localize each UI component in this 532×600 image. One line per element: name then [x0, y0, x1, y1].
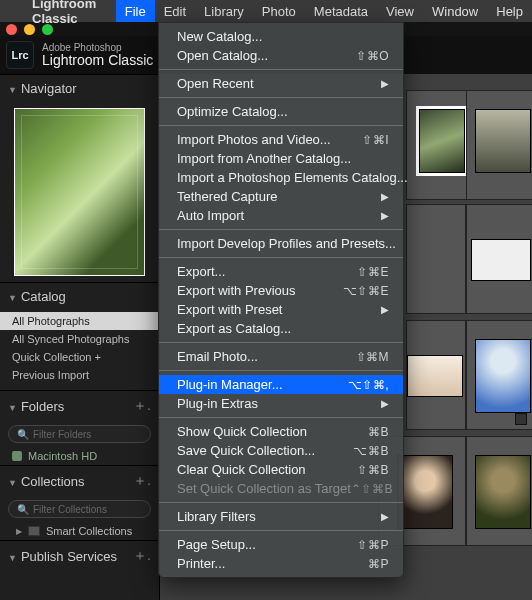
menu-item[interactable]: Tethered Capture▶ — [159, 187, 403, 206]
add-publish-icon[interactable]: ＋. — [133, 547, 151, 565]
disclosure-triangle-icon: ▶ — [16, 527, 22, 536]
submenu-arrow-icon: ▶ — [381, 210, 389, 221]
app-logo: Lrc — [6, 41, 34, 69]
menu-item[interactable]: Import a Photoshop Elements Catalog... — [159, 168, 403, 187]
thumbnail[interactable] — [471, 239, 531, 281]
menu-item[interactable]: Open Catalog...⇧⌘O — [159, 46, 403, 65]
publish-services-header[interactable]: ▼Publish Services ＋. — [0, 541, 159, 571]
menu-separator — [159, 530, 403, 531]
navigator-header[interactable]: ▼Navigator — [0, 75, 159, 102]
menu-item-label: New Catalog... — [177, 29, 262, 44]
menu-item-label: Export... — [177, 264, 225, 279]
menu-item[interactable]: New Catalog... — [159, 27, 403, 46]
menu-item[interactable]: Plug-in Extras▶ — [159, 394, 403, 413]
menu-item-label: Open Recent — [177, 76, 254, 91]
menu-window[interactable]: Window — [423, 0, 487, 22]
menu-item-label: Show Quick Collection — [177, 424, 307, 439]
thumbnail[interactable] — [397, 455, 453, 529]
mac-menubar: Lightroom Classic File Edit Library Phot… — [0, 0, 532, 22]
menu-item[interactable]: Clear Quick Collection⇧⌘B — [159, 460, 403, 479]
menu-item[interactable]: Export as Catalog... — [159, 319, 403, 338]
search-icon: 🔍 — [17, 504, 29, 515]
grid-cell[interactable] — [466, 204, 532, 314]
left-panel: ▼Navigator ▼Catalog All Photographs All … — [0, 74, 160, 600]
thumbnail[interactable] — [475, 109, 531, 173]
menu-item[interactable]: Email Photo...⇧⌘M — [159, 347, 403, 366]
catalog-item-previous-import[interactable]: Previous Import — [0, 366, 159, 384]
grid-cell[interactable] — [466, 90, 532, 200]
catalog-label: Catalog — [21, 289, 66, 304]
smart-collections-label: Smart Collections — [46, 525, 132, 537]
volume-row[interactable]: Macintosh HD — [0, 447, 159, 465]
menu-item[interactable]: Export...⇧⌘E — [159, 262, 403, 281]
menu-item-label: Plug-in Extras — [177, 396, 258, 411]
publish-label: Publish Services — [21, 549, 117, 564]
menu-item-label: Export with Previous — [177, 283, 296, 298]
menu-item[interactable]: Import Develop Profiles and Presets... — [159, 234, 403, 253]
menu-item[interactable]: Import from Another Catalog... — [159, 149, 403, 168]
collection-set-icon — [28, 526, 40, 536]
menu-help[interactable]: Help — [487, 0, 532, 22]
smart-collections-row[interactable]: ▶ Smart Collections — [0, 522, 159, 540]
menu-item-label: Import Develop Profiles and Presets... — [177, 236, 396, 251]
menu-file[interactable]: File — [116, 0, 155, 22]
menu-item[interactable]: Library Filters▶ — [159, 507, 403, 526]
grid-cell[interactable] — [406, 320, 466, 430]
thumbnail[interactable] — [407, 355, 463, 397]
catalog-item-all-photographs[interactable]: All Photographs — [0, 312, 159, 330]
menu-item[interactable]: Import Photos and Video...⇧⌘I — [159, 130, 403, 149]
catalog-item-synced[interactable]: All Synced Photographs — [0, 330, 159, 348]
menu-separator — [159, 69, 403, 70]
menu-item[interactable]: Printer...⌘P — [159, 554, 403, 573]
minimize-icon[interactable] — [24, 24, 35, 35]
catalog-header[interactable]: ▼Catalog — [0, 283, 159, 310]
folders-header[interactable]: ▼Folders ＋. — [0, 391, 159, 421]
close-icon[interactable] — [6, 24, 17, 35]
add-folder-icon[interactable]: ＋. — [133, 397, 151, 415]
filter-folders-input[interactable]: 🔍 Filter Folders — [8, 425, 151, 443]
menu-item[interactable]: Show Quick Collection⌘B — [159, 422, 403, 441]
menu-library[interactable]: Library — [195, 0, 253, 22]
menu-item-label: Plug-in Manager... — [177, 377, 283, 392]
menu-view[interactable]: View — [377, 0, 423, 22]
disclosure-triangle-icon: ▼ — [8, 553, 17, 563]
collections-header[interactable]: ▼Collections ＋. — [0, 466, 159, 496]
thumbnail[interactable] — [475, 455, 531, 529]
menubar-app-name[interactable]: Lightroom Classic — [24, 0, 116, 26]
thumbnail[interactable] — [419, 109, 465, 173]
menu-separator — [159, 125, 403, 126]
navigator-preview[interactable] — [14, 108, 145, 276]
menu-item[interactable]: Export with Previous⌥⇧⌘E — [159, 281, 403, 300]
menu-item[interactable]: Page Setup...⇧⌘P — [159, 535, 403, 554]
submenu-arrow-icon: ▶ — [381, 398, 389, 409]
menu-item[interactable]: Plug-in Manager...⌥⇧⌘, — [159, 375, 403, 394]
menu-separator — [159, 257, 403, 258]
menu-item[interactable]: Save Quick Collection...⌥⌘B — [159, 441, 403, 460]
menu-separator — [159, 417, 403, 418]
menu-item-label: Optimize Catalog... — [177, 104, 288, 119]
menu-photo[interactable]: Photo — [253, 0, 305, 22]
menu-item[interactable]: Optimize Catalog... — [159, 102, 403, 121]
grid-cell[interactable] — [406, 204, 466, 314]
menu-metadata[interactable]: Metadata — [305, 0, 377, 22]
menu-item[interactable]: Auto Import▶ — [159, 206, 403, 225]
menu-item-shortcut: ⌥⇧⌘, — [348, 378, 389, 392]
menu-item[interactable]: Export with Preset▶ — [159, 300, 403, 319]
menu-item-label: Export with Preset — [177, 302, 283, 317]
menu-separator — [159, 502, 403, 503]
navigator-label: Navigator — [21, 81, 77, 96]
menu-edit[interactable]: Edit — [155, 0, 195, 22]
menu-item-label: Import Photos and Video... — [177, 132, 331, 147]
grid-cell[interactable] — [466, 436, 532, 546]
submenu-arrow-icon: ▶ — [381, 78, 389, 89]
catalog-item-quick-collection[interactable]: Quick Collection + — [0, 348, 159, 366]
disclosure-triangle-icon: ▼ — [8, 85, 17, 95]
menu-item-shortcut: ⇧⌘I — [362, 133, 389, 147]
grid-cell[interactable] — [466, 320, 532, 430]
thumbnail[interactable] — [475, 339, 531, 413]
menu-item-label: Library Filters — [177, 509, 256, 524]
menu-item[interactable]: Open Recent▶ — [159, 74, 403, 93]
filter-collections-input[interactable]: 🔍 Filter Collections — [8, 500, 151, 518]
zoom-icon[interactable] — [42, 24, 53, 35]
add-collection-icon[interactable]: ＋. — [133, 472, 151, 490]
